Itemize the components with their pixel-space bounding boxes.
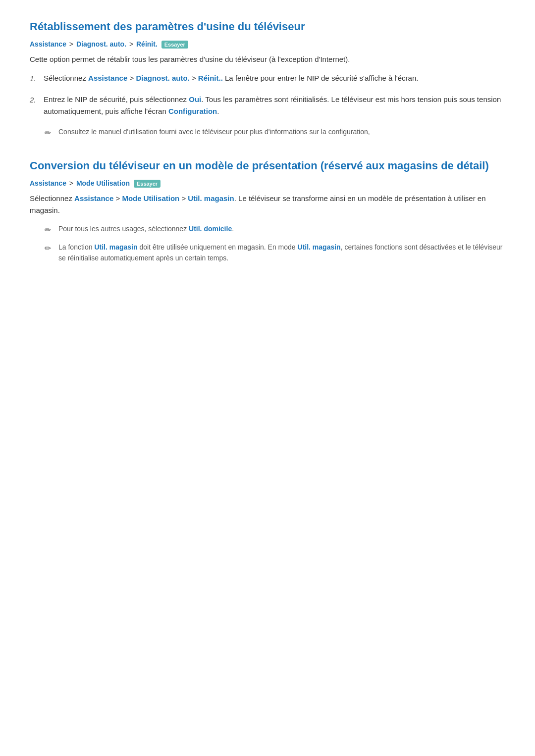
section1-steps: 1. Sélectionnez Assistance > Diagnost. a… [30, 72, 505, 117]
section1-note-1-text: Consultez le manuel d'utilisation fourni… [58, 126, 505, 137]
pencil-icon-3: ✏ [45, 242, 55, 255]
section2-desc-before: Sélectionnez [30, 194, 74, 202]
section2-title: Conversion du téléviseur en un modèle de… [30, 159, 505, 173]
step-2-number: 2. [30, 94, 44, 106]
breadcrumb-sep2: > [129, 40, 135, 48]
section2-note-2: ✏ La fonction Util. magasin doit être ut… [45, 242, 505, 264]
step-1-text-before: Sélectionnez [44, 74, 88, 82]
note2-text-middle1: doit être utilisée uniquement en magasin… [138, 243, 298, 251]
breadcrumb-assistance-link[interactable]: Assistance [30, 40, 66, 48]
breadcrumb-diagnost-link[interactable]: Diagnost. auto. [76, 40, 126, 48]
section2-breadcrumb: Assistance > Mode Utilisation Essayer [30, 179, 505, 188]
breadcrumb-sep1: > [69, 40, 75, 48]
step-1-assistance-link[interactable]: Assistance [88, 74, 127, 82]
step-1-number: 1. [30, 72, 44, 85]
section2-description: Sélectionnez Assistance > Mode Utilisati… [30, 193, 505, 216]
breadcrumb2-sep1: > [69, 179, 75, 187]
section2-assistance-link[interactable]: Assistance [74, 194, 113, 202]
section2-note-1-text: Pour tous les autres usages, sélectionne… [58, 223, 505, 234]
section2-desc-sep2: > [179, 194, 188, 202]
section2-note-1: ✏ Pour tous les autres usages, sélection… [45, 223, 505, 237]
note1-text-before: Pour tous les autres usages, sélectionne… [58, 225, 189, 233]
step-1-diagnost-link[interactable]: Diagnost. auto. [136, 74, 189, 82]
step-1: 1. Sélectionnez Assistance > Diagnost. a… [30, 72, 505, 85]
breadcrumb-reinit-link[interactable]: Réinit. [136, 40, 158, 48]
section2-desc-sep1: > [113, 194, 122, 202]
step-2-text-before: Entrez le NIP de sécurité, puis sélectio… [44, 95, 189, 103]
try-badge-1[interactable]: Essayer [161, 41, 188, 49]
try-badge-2[interactable]: Essayer [134, 180, 160, 188]
step-1-content: Sélectionnez Assistance > Diagnost. auto… [44, 72, 505, 84]
step-1-sep2: > [190, 74, 198, 82]
section2-util-magasin-link[interactable]: Util. magasin [188, 194, 234, 202]
section1-description: Cette option permet de rétablir tous les… [30, 53, 505, 65]
pencil-icon-2: ✏ [45, 224, 55, 237]
section2-note-2-text: La fonction Util. magasin doit être util… [58, 242, 505, 264]
note2-util-magasin-link1[interactable]: Util. magasin [94, 243, 137, 251]
step-2-configuration-link[interactable]: Configuration [168, 107, 217, 115]
step-2: 2. Entrez le NIP de sécurité, puis sélec… [30, 94, 505, 117]
step-1-text-after: La fenêtre pour entrer le NIP de sécurit… [223, 74, 419, 82]
step-1-reinit-link[interactable]: Réinit.. [198, 74, 223, 82]
note1-util-domicile-link[interactable]: Util. domicile [189, 225, 232, 233]
step-1-sep1: > [127, 74, 136, 82]
note2-text-before: La fonction [58, 243, 94, 251]
section2-notes: ✏ Pour tous les autres usages, sélection… [30, 223, 505, 263]
step-2-content: Entrez le NIP de sécurité, puis sélectio… [44, 94, 505, 117]
breadcrumb2-mode-link[interactable]: Mode Utilisation [76, 179, 130, 187]
section-factory-reset: Rétablissement des paramètres d'usine du… [30, 20, 505, 139]
section1-breadcrumb: Assistance > Diagnost. auto. > Réinit. E… [30, 40, 505, 49]
step-2-oui-link[interactable]: Oui [189, 95, 201, 103]
pencil-icon-1: ✏ [45, 127, 55, 140]
breadcrumb2-assistance-link[interactable]: Assistance [30, 179, 66, 187]
section1-notes: ✏ Consultez le manuel d'utilisation four… [30, 126, 505, 140]
section1-note-1: ✏ Consultez le manuel d'utilisation four… [45, 126, 505, 140]
section2-mode-link[interactable]: Mode Utilisation [122, 194, 179, 202]
section1-title: Rétablissement des paramètres d'usine du… [30, 20, 505, 34]
note2-util-magasin-link2[interactable]: Util. magasin [298, 243, 341, 251]
note1-text-after: . [232, 225, 234, 233]
section-store-mode: Conversion du téléviseur en un modèle de… [30, 159, 505, 263]
step-2-text-after: . [217, 107, 219, 115]
